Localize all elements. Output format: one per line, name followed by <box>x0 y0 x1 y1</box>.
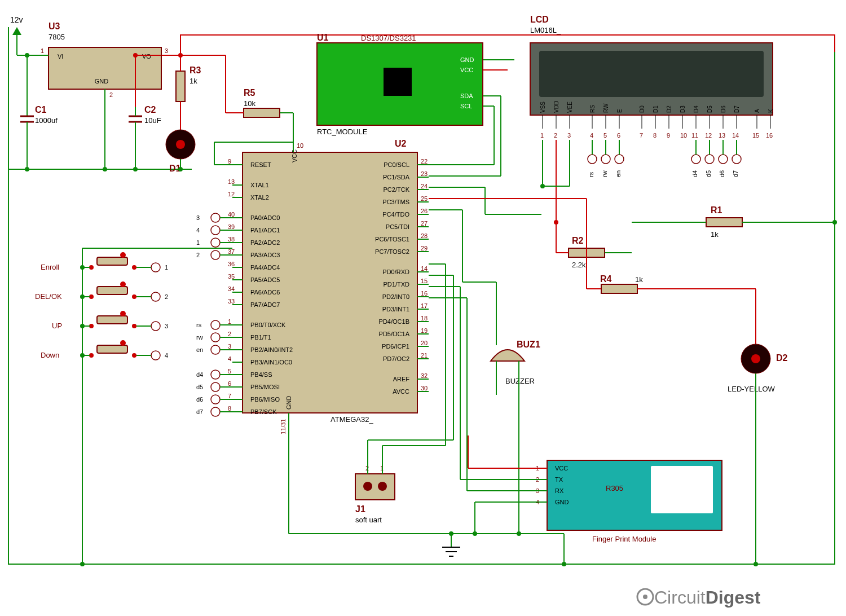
svg-text:PC3/TMS: PC3/TMS <box>382 199 409 205</box>
svg-text:11: 11 <box>691 132 698 139</box>
svg-point-295 <box>120 252 126 258</box>
svg-text:4: 4 <box>228 355 231 362</box>
svg-text:2.2k: 2.2k <box>572 261 586 269</box>
svg-text:34: 34 <box>228 285 235 292</box>
svg-text:11/31: 11/31 <box>280 419 287 434</box>
svg-text:3: 3 <box>196 214 200 221</box>
svg-text:D5: D5 <box>707 105 713 113</box>
svg-text:D7: D7 <box>734 105 740 113</box>
svg-text:1k: 1k <box>190 77 197 85</box>
svg-point-296 <box>151 263 160 272</box>
svg-point-195 <box>211 320 220 329</box>
svg-point-311 <box>120 311 126 316</box>
svg-text:14: 14 <box>732 132 739 139</box>
svg-text:2: 2 <box>228 331 231 337</box>
svg-text:K: K <box>768 109 774 113</box>
svg-text:rs: rs <box>588 171 594 177</box>
svg-text:3: 3 <box>165 323 168 329</box>
svg-text:d5: d5 <box>196 384 203 390</box>
svg-text:4: 4 <box>165 352 168 359</box>
svg-text:4: 4 <box>196 227 200 234</box>
svg-text:PB6/MISO: PB6/MISO <box>250 396 280 403</box>
svg-point-294 <box>132 265 136 270</box>
svg-text:d7: d7 <box>732 170 739 177</box>
svg-text:VI: VI <box>58 53 63 60</box>
svg-point-23 <box>103 167 107 171</box>
svg-point-216 <box>211 370 220 379</box>
svg-text:PD6/ICP1: PD6/ICP1 <box>382 343 409 350</box>
svg-text:E: E <box>616 109 623 113</box>
svg-text:12: 12 <box>228 191 235 197</box>
svg-text:PC6/TOSC1: PC6/TOSC1 <box>375 236 409 243</box>
svg-text:PC2/TCK: PC2/TCK <box>384 186 410 193</box>
svg-text:D1: D1 <box>653 105 659 113</box>
svg-text:30: 30 <box>421 385 428 391</box>
svg-point-115 <box>615 155 624 164</box>
button-down[interactable]: Down 4 <box>41 340 168 360</box>
svg-text:VCC: VCC <box>291 149 298 162</box>
svg-point-207 <box>211 345 220 354</box>
svg-point-345 <box>832 220 837 225</box>
svg-text:1: 1 <box>540 132 544 139</box>
svg-text:VDD: VDD <box>553 101 559 113</box>
svg-text:D2: D2 <box>776 353 788 363</box>
svg-text:10k: 10k <box>244 99 255 108</box>
svg-text:ATMEGA32_: ATMEGA32_ <box>331 415 373 424</box>
svg-text:R4: R4 <box>600 274 612 284</box>
svg-text:40: 40 <box>228 211 235 218</box>
svg-text:22: 22 <box>421 158 428 165</box>
svg-point-30 <box>176 140 185 149</box>
svg-point-118 <box>719 155 728 164</box>
svg-text:d4: d4 <box>196 371 203 378</box>
svg-rect-41 <box>244 108 280 117</box>
svg-text:PB1/T1: PB1/T1 <box>250 334 271 341</box>
svg-point-113 <box>588 155 597 164</box>
svg-text:24: 24 <box>421 183 428 190</box>
svg-text:1: 1 <box>228 318 231 325</box>
svg-text:7: 7 <box>640 132 643 139</box>
button-del-ok[interactable]: DEL/OK 2 <box>35 281 168 301</box>
svg-text:5: 5 <box>603 132 607 139</box>
c1-ref: C1 <box>35 105 47 115</box>
svg-text:Down: Down <box>41 351 59 359</box>
button-enroll[interactable]: Enroll 1 <box>41 252 168 272</box>
svg-text:PC7/TOSC2: PC7/TOSC2 <box>375 248 409 255</box>
svg-text:PB0/T0/XCK: PB0/T0/XCK <box>250 322 286 328</box>
svg-point-352 <box>751 354 760 363</box>
svg-text:RS: RS <box>589 105 596 113</box>
svg-text:PB4/SS: PB4/SS <box>250 371 272 378</box>
svg-text:R2: R2 <box>572 236 584 245</box>
svg-text:23: 23 <box>421 170 428 177</box>
svg-text:6: 6 <box>228 380 231 387</box>
svg-text:d5: d5 <box>705 170 712 177</box>
svg-text:7: 7 <box>228 393 231 399</box>
svg-text:1000uf: 1000uf <box>35 116 58 125</box>
svg-text:RX: RX <box>555 487 564 494</box>
svg-point-234 <box>211 407 220 416</box>
svg-text:PC5/TDI: PC5/TDI <box>386 223 409 230</box>
svg-text:RESET: RESET <box>250 161 271 168</box>
svg-point-310 <box>132 324 136 328</box>
svg-text:AREF: AREF <box>393 376 410 382</box>
svg-rect-316 <box>97 345 127 353</box>
svg-point-37 <box>133 53 138 58</box>
svg-text:1: 1 <box>165 264 168 271</box>
svg-text:BUZ1: BUZ1 <box>517 340 540 349</box>
svg-point-422 <box>473 531 477 536</box>
svg-point-304 <box>151 292 160 301</box>
svg-text:XTAL2: XTAL2 <box>250 194 269 201</box>
svg-text:LCD: LCD <box>530 15 549 24</box>
svg-text:26: 26 <box>421 208 428 214</box>
svg-text:PB2/AIN0/INT2: PB2/AIN0/INT2 <box>250 346 293 353</box>
svg-text:VCC: VCC <box>460 67 473 73</box>
svg-point-346 <box>554 220 558 225</box>
svg-text:2: 2 <box>165 293 168 300</box>
svg-text:PA4/ADC4: PA4/ADC4 <box>250 264 280 271</box>
svg-point-303 <box>120 281 126 287</box>
svg-text:PD5/OC1A: PD5/OC1A <box>379 331 410 337</box>
svg-text:d6: d6 <box>719 170 725 177</box>
svg-text:PC4/TDO: PC4/TDO <box>382 211 409 218</box>
button-up[interactable]: UP 3 <box>52 311 168 331</box>
svg-text:GND: GND <box>285 396 292 410</box>
svg-text:PA6/ADC6: PA6/ADC6 <box>250 289 280 296</box>
